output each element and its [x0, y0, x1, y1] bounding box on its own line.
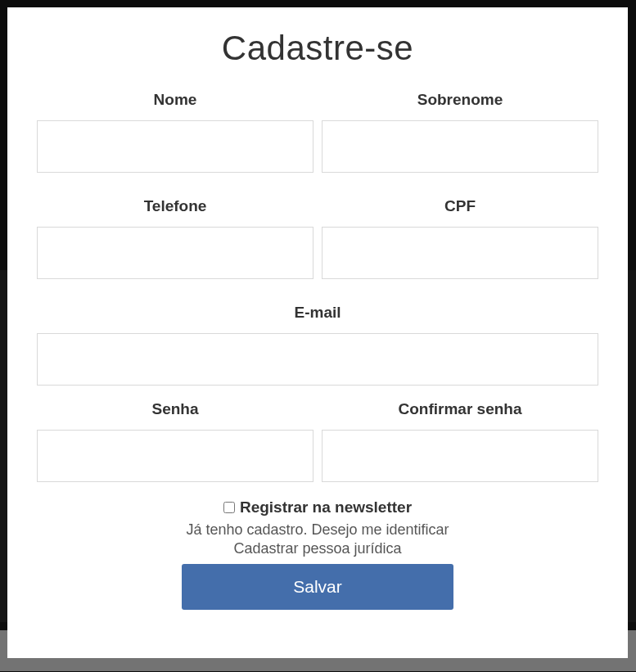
last-name-input[interactable]: [322, 120, 598, 173]
signup-modal-body[interactable]: Cadastre-se Nome Sobrenome Telefone CPF: [7, 7, 628, 658]
cpf-input[interactable]: [322, 227, 598, 279]
password-input[interactable]: [37, 430, 313, 482]
modal-title: Cadastre-se: [37, 29, 598, 68]
newsletter-row: Registrar na newsletter: [37, 498, 598, 516]
email-field-group: E-mail: [37, 304, 598, 386]
phone-input[interactable]: [37, 227, 313, 279]
confirm-password-field-group: Confirmar senha: [322, 400, 598, 482]
email-label: E-mail: [37, 304, 598, 322]
cpf-field-group: CPF: [322, 197, 598, 279]
newsletter-checkbox[interactable]: [223, 502, 235, 513]
register-company-link[interactable]: Cadastrar pessoa jurídica: [37, 540, 598, 557]
last-name-field-group: Sobrenome: [322, 91, 598, 173]
password-label: Senha: [37, 400, 313, 418]
first-name-label: Nome: [37, 91, 313, 109]
cpf-label: CPF: [322, 197, 598, 215]
phone-label: Telefone: [37, 197, 313, 215]
confirm-password-label: Confirmar senha: [322, 400, 598, 418]
password-field-group: Senha: [37, 400, 313, 482]
email-input[interactable]: [37, 333, 598, 386]
phone-field-group: Telefone: [37, 197, 313, 279]
login-link[interactable]: Já tenho cadastro. Desejo me identificar: [37, 521, 598, 539]
save-button[interactable]: Salvar: [182, 564, 453, 610]
confirm-password-input[interactable]: [322, 430, 598, 482]
newsletter-label[interactable]: Registrar na newsletter: [240, 498, 412, 516]
signup-modal: Cadastre-se Nome Sobrenome Telefone CPF: [7, 7, 628, 658]
last-name-label: Sobrenome: [322, 91, 598, 109]
first-name-field-group: Nome: [37, 91, 313, 173]
first-name-input[interactable]: [37, 120, 313, 173]
